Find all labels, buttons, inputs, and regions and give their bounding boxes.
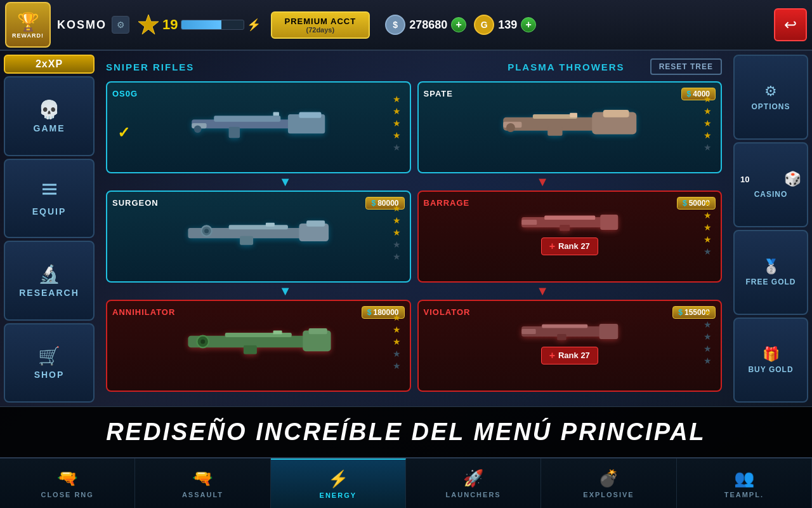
annihilator-svg: [112, 319, 405, 364]
weapon-name-surgeon: SURGEON: [112, 198, 159, 208]
surgeon-image: ★ ★ ★ ★ ★: [112, 208, 405, 256]
spate-svg: [424, 101, 716, 145]
casino-icon: 🎲: [784, 171, 801, 187]
svg-rect-43: [521, 329, 535, 334]
options-button[interactable]: ⚙ OPTIONS: [733, 55, 808, 140]
weapon-card-violator[interactable]: VIOLATOR $ 155000 + Rank 27: [417, 300, 723, 392]
casino-label: CASINO: [754, 190, 788, 199]
weapons-layout: OS0G ★ ★ ★: [106, 81, 722, 392]
back-button[interactable]: ↩: [774, 8, 807, 41]
research-icon: 🔬: [38, 264, 60, 284]
xp-badge: 2xXP: [4, 55, 95, 74]
surgeon-svg: [112, 210, 405, 255]
back-icon: ↩: [784, 16, 797, 34]
silver-amount: 278680: [409, 18, 447, 32]
tab-energy[interactable]: ⚡ ENERGY: [271, 458, 406, 508]
energy-tab-icon: ⚡: [328, 469, 348, 489]
barrage-image: + Rank 27 ★ ★ ★ ★ ★: [424, 208, 716, 256]
weapon-row-1: OS0G ★ ★ ★: [106, 81, 722, 173]
svg-rect-31: [544, 215, 595, 219]
level-number: 19: [162, 17, 178, 33]
weapon-name-spate: SPATE: [424, 89, 453, 98]
sidebar-item-shop[interactable]: 🛒 SHOP: [4, 323, 95, 403]
connector-row-2: ▼ ▼: [106, 283, 722, 300]
left-sidebar: 2xXP 💀 GAME EQUIP 🔬 RESEARCH 🛒 SHOP: [0, 51, 98, 406]
weapon-card-barrage[interactable]: BARRAGE $ 50000 + Rank 27: [417, 190, 723, 283]
svg-rect-24: [229, 225, 288, 229]
sidebar-item-equip[interactable]: EQUIP: [4, 159, 95, 239]
launchers-icon: 🚀: [463, 469, 483, 488]
weapon-card-surgeon[interactable]: SURGEON $ 80000: [106, 190, 411, 283]
svg-rect-39: [273, 330, 282, 334]
weapon-card-annihilator[interactable]: ANNIHILATOR $ 180000: [106, 300, 411, 392]
tab-teamplay[interactable]: 👥 TEAMPL.: [677, 458, 812, 508]
reward-button[interactable]: 🏆 REWARD!: [5, 2, 51, 48]
silver-icon: $: [385, 15, 405, 35]
surgeon-stars: ★ ★ ★ ★ ★: [393, 203, 401, 262]
reset-tree-button[interactable]: RESET TREE: [650, 58, 722, 75]
svg-rect-17: [547, 126, 562, 135]
tab-launchers[interactable]: 🚀 LAUNCHERS: [406, 458, 541, 508]
main-content: SNIPER RIFLES PLASMA THROWERS RESET TREE…: [98, 51, 730, 406]
bottom-bar: REDISEÑO INCREÍBLE DEL MENÚ PRINCIPAL 🔫 …: [0, 406, 812, 508]
free-gold-icon: 🥈: [763, 258, 780, 275]
spate-image: ★ ★ ★ ★ ★: [424, 99, 716, 147]
premium-button[interactable]: PREMIUM ACCT (72days): [271, 11, 370, 39]
annihilator-stars: ★ ★ ★ ★ ★: [393, 312, 401, 371]
equip-icon: [40, 180, 59, 203]
svg-rect-44: [542, 324, 587, 328]
assault-label: ASSAULT: [182, 491, 223, 498]
svg-rect-26: [266, 222, 275, 226]
plasma-throwers-label: PLASMA THROWERS: [508, 62, 624, 72]
weapon-row-3: ANNIHILATOR $ 180000: [106, 300, 722, 392]
sidebar-item-research[interactable]: 🔬 RESEARCH: [4, 241, 95, 321]
spate-stars: ★ ★ ★ ★ ★: [704, 94, 712, 152]
weapon-name-violator: VIOLATOR: [424, 307, 471, 317]
tab-assault[interactable]: 🔫 ASSAULT: [135, 458, 270, 508]
weapon-card-spate[interactable]: SPATE $ 4000: [417, 81, 723, 173]
buy-gold-button[interactable]: 🎁 BUY GOLD: [733, 318, 808, 403]
weapon-card-os0g[interactable]: OS0G ★ ★ ★: [106, 81, 411, 173]
add-gold-button[interactable]: +: [521, 17, 536, 32]
casino-badge-number: 10: [740, 175, 749, 184]
top-bar: 🏆 REWARD! KOSMO ⚙ 19 ⚡ PREMIUM ACCT (72d…: [0, 0, 812, 51]
svg-point-9: [194, 125, 202, 133]
game-label: GAME: [34, 123, 65, 133]
svg-rect-19: [570, 112, 577, 117]
violator-image: + Rank 27 ★ ★ ★ ★ ★: [424, 318, 716, 365]
explosive-label: EXPLOSIVE: [583, 491, 634, 498]
barrage-svg: [424, 210, 716, 235]
weapon-name-annihilator: ANNIHILATOR: [112, 307, 175, 317]
svg-rect-38: [244, 345, 257, 354]
explosive-icon: 💣: [598, 469, 619, 488]
connector-row-1: ▼ ▼: [106, 173, 722, 190]
casino-row: 10 🎲: [738, 171, 804, 187]
shop-label: SHOP: [34, 370, 65, 380]
svg-rect-25: [240, 236, 253, 244]
weapon-row-2: SURGEON $ 80000: [106, 190, 722, 283]
teamplay-icon: 👥: [734, 469, 754, 488]
reward-label: REWARD!: [12, 32, 44, 39]
violator-stars: ★ ★ ★ ★ ★: [704, 307, 712, 366]
skull-icon: 💀: [38, 99, 60, 120]
bottom-tabs: 🔫 CLOSE RNG 🔫 ASSAULT ⚡ ENERGY 🚀 LAUNCHE…: [0, 457, 812, 508]
player-section: KOSMO ⚙: [57, 16, 129, 34]
svg-point-15: [506, 123, 514, 132]
banner-text: REDISEÑO INCREÍBLE DEL MENÚ PRINCIPAL: [106, 418, 706, 446]
svg-rect-42: [599, 324, 618, 339]
close-rng-label: CLOSE RNG: [41, 491, 93, 498]
options-icon: ⚙: [764, 83, 777, 100]
tab-close-rng[interactable]: 🔫 CLOSE RNG: [0, 458, 135, 508]
add-silver-button[interactable]: +: [451, 17, 466, 32]
silver-currency-group: $ 278680 +: [385, 15, 466, 35]
settings-button[interactable]: ⚙: [112, 16, 129, 34]
bottom-banner: REDISEÑO INCREÍBLE DEL MENÚ PRINCIPAL: [0, 406, 812, 457]
free-gold-button[interactable]: 🥈 FREE GOLD: [733, 230, 808, 315]
svg-point-36: [200, 339, 205, 344]
sidebar-item-game[interactable]: 💀 GAME: [4, 76, 95, 156]
category-header: SNIPER RIFLES PLASMA THROWERS RESET TREE: [106, 58, 722, 75]
casino-button[interactable]: 10 🎲 CASINO: [733, 142, 808, 227]
shop-icon: 🛒: [38, 345, 60, 366]
svg-marker-0: [138, 15, 159, 34]
tab-explosive[interactable]: 💣 EXPLOSIVE: [541, 458, 676, 508]
